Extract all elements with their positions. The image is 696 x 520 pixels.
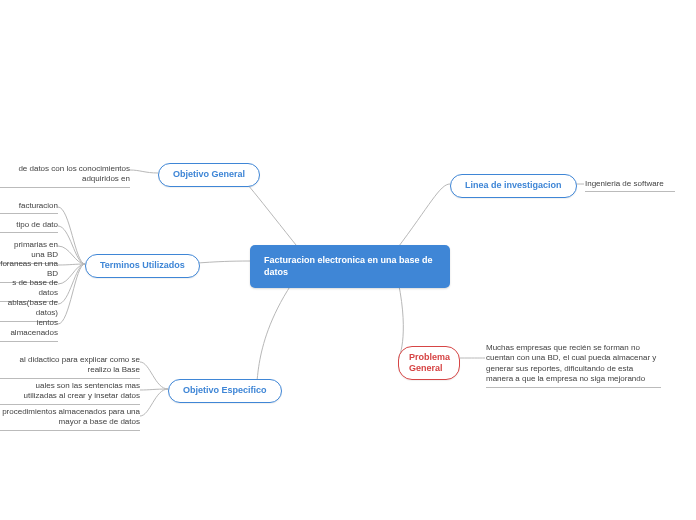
branch-objetivo-especifico[interactable]: Objetivo Especifico [168, 379, 282, 403]
leaf-og1[interactable]: de datos con los conocimientos adquirido… [0, 164, 130, 188]
leaf-oe3[interactable]: procedimientos almacenados para una mayo… [0, 407, 140, 431]
branch-label: Problema General [409, 352, 450, 373]
center-node[interactable]: Facturacion electronica en una base de d… [250, 245, 450, 288]
leaf-pg1[interactable]: Muchas empresas que recién se forman no … [486, 343, 661, 388]
branch-label: Objetivo General [173, 169, 245, 179]
leaf-oe2[interactable]: uales son las sentencias mas utilizadas … [0, 381, 140, 405]
leaf-t2[interactable]: tipo de dato [0, 220, 58, 233]
branch-terminos[interactable]: Terminos Utilizados [85, 254, 200, 278]
branch-label: Terminos Utilizados [100, 260, 185, 270]
branch-problema[interactable]: Problema General [398, 346, 460, 380]
branch-label: Objetivo Especifico [183, 385, 267, 395]
branch-label: Linea de investigacion [465, 180, 562, 190]
leaf-oe1[interactable]: al didactico para explicar como se reali… [0, 355, 140, 379]
center-title: Facturacion electronica en una base de d… [264, 255, 433, 277]
branch-objetivo-general[interactable]: Objetivo General [158, 163, 260, 187]
leaf-t7[interactable]: ientos almacenados [0, 318, 58, 342]
leaf-li1[interactable]: Ingenieria de software [585, 179, 675, 192]
branch-linea[interactable]: Linea de investigacion [450, 174, 577, 198]
leaf-t1[interactable]: facturacion [0, 201, 58, 214]
